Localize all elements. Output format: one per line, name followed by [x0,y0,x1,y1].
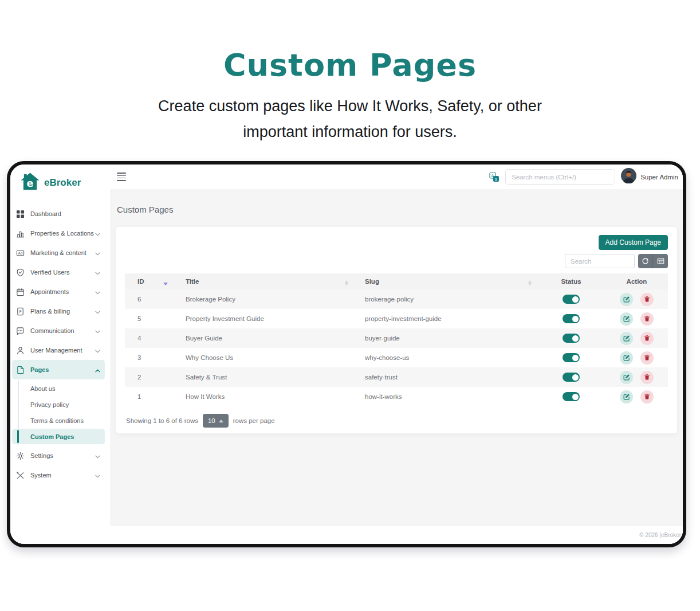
hero-title: Custom Pages [0,47,700,83]
sidebar-item-dashboard[interactable]: Dashboard [12,204,105,224]
custom-pages-table: ID Title Slug Status Action [125,273,668,406]
columns-toggle-button[interactable] [653,254,668,268]
sidebar-item-system[interactable]: System [12,465,105,485]
sidebar-subitem-custom-pages[interactable]: Custom Pages [12,429,105,444]
sidebar-item-pages[interactable]: Pages [12,360,105,379]
delete-button[interactable] [640,312,654,326]
cell-title: Safety & Trust [174,367,353,387]
page-file-icon [15,366,25,374]
chevron-down-icon [95,470,100,480]
sidebar-item-settings[interactable]: Settings [12,446,105,465]
billing-document-icon: P [15,307,25,316]
user-menu[interactable]: Super Admin [621,168,678,186]
status-toggle[interactable] [563,314,580,323]
calendar-icon [15,288,25,296]
table-row: 4 Buyer Guide buyer-guide [125,328,668,348]
search-menus-input[interactable] [505,169,615,185]
pages-submenu: About us Privacy policy Terms & conditio… [10,379,110,446]
sidebar-item-label: Properties & Locations [30,230,95,237]
status-toggle[interactable] [563,295,580,304]
chevron-down-icon [95,345,100,355]
svg-text:e: e [27,178,34,189]
hero-subtitle: Create custom pages like How It Works, S… [0,93,700,145]
refresh-button[interactable] [638,254,653,268]
caret-up-icon [219,420,223,422]
chevron-down-icon [95,287,100,297]
sidebar-item-user-management[interactable]: User Management [12,340,105,360]
status-toggle[interactable] [563,334,580,343]
user-avatar [621,168,636,186]
edit-button[interactable] [620,293,633,306]
table-row: 1 How It Works how-it-works [125,387,668,406]
table-search-input[interactable] [565,254,635,268]
gear-icon [15,452,25,460]
edit-button[interactable] [620,332,633,345]
sidebar-item-properties-locations[interactable]: Properties & Locations [12,224,105,243]
brand-logo[interactable]: e eBroker [10,164,110,201]
sidebar-subitem-label: About us [30,385,55,392]
sidebar: e eBroker Dashboard Properties & Locatio… [10,164,110,544]
table-toolbar-buttons [638,254,668,268]
column-header-slug[interactable]: Slug [353,273,537,289]
tools-icon [15,471,25,480]
chevron-down-icon [95,248,100,258]
status-toggle[interactable] [563,373,580,382]
delete-button[interactable] [640,332,654,345]
column-header-action: Action [605,273,668,289]
status-toggle[interactable] [563,392,580,401]
cell-title: Property Investment Guide [174,309,353,328]
hero-subtitle-line1: Create custom pages like How It Works, S… [0,93,700,119]
pagination-summary: Showing 1 to 6 of 6 rows [126,417,198,424]
sidebar-nav: Dashboard Properties & Locations Ad Mark… [10,201,110,485]
chevron-down-icon [95,326,100,336]
sort-descending-icon [163,283,168,285]
sidebar-item-communication[interactable]: Communication [12,321,105,340]
status-toggle[interactable] [563,353,580,362]
edit-button[interactable] [620,312,633,326]
sidebar-subitem-terms-conditions[interactable]: Terms & conditions [12,413,105,428]
chevron-down-icon [95,267,100,277]
table-row: 6 Brokerage Policy brokerage-policy [125,289,668,309]
cell-slug: property-investment-guide [353,309,537,328]
edit-button[interactable] [620,351,633,365]
svg-text:P: P [19,309,21,314]
cell-slug: safety-trust [353,367,537,387]
delete-button[interactable] [640,371,654,384]
hero-section: Custom Pages Create custom pages like Ho… [0,0,700,145]
add-custom-page-button[interactable]: Add Custom Page [599,235,668,250]
edit-button[interactable] [620,390,633,404]
language-translate-icon[interactable]: A a [489,172,500,182]
cell-title: Buyer Guide [174,328,353,348]
svg-text:a: a [495,177,497,181]
sidebar-item-plans-billing[interactable]: P Plans & billing [12,301,105,321]
edit-button[interactable] [620,371,633,384]
column-header-title[interactable]: Title [174,273,353,289]
cell-title: Why Choose Us [174,348,353,367]
table-row: 5 Property Investment Guide property-inv… [125,309,668,328]
table-controls: Add Custom Page [125,235,668,268]
sidebar-item-marketing-content[interactable]: Ad Marketing & content [12,243,105,263]
user-name: Super Admin [640,174,678,181]
sort-icon [528,280,532,285]
hero-subtitle-line2: important information for users. [0,119,700,145]
page-title: Custom Pages [116,189,677,214]
brand-name: eBroker [44,177,81,189]
chevron-down-icon [95,451,100,461]
delete-button[interactable] [640,351,654,365]
column-header-id[interactable]: ID [125,273,174,289]
sidebar-subitem-label: Privacy policy [30,401,69,408]
sidebar-subitem-privacy-policy[interactable]: Privacy policy [12,397,105,412]
rows-per-page-select[interactable]: 10 [203,414,229,428]
svg-text:Ad: Ad [18,250,22,254]
sidebar-item-verified-users[interactable]: Verified Users [12,263,105,282]
cell-title: Brokerage Policy [174,289,353,309]
main-area: A a Super Admin [110,164,683,544]
sidebar-subitem-about-us[interactable]: About us [12,381,105,396]
hamburger-menu-icon[interactable] [117,173,126,181]
sidebar-item-appointments[interactable]: Appointments [12,282,105,301]
shield-check-icon [15,268,25,277]
table-header-row: ID Title Slug Status Action [125,273,668,289]
chat-bubble-icon [15,327,25,335]
delete-button[interactable] [640,390,654,404]
delete-button[interactable] [640,293,654,306]
